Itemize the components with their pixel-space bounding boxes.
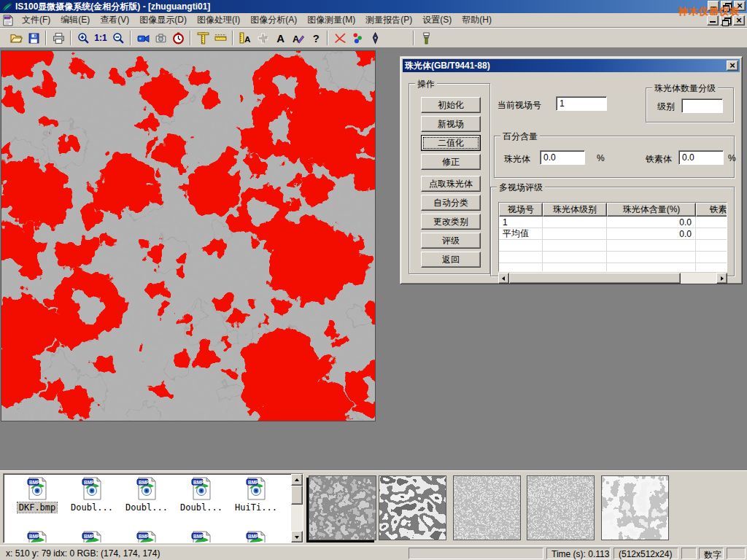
scroll-left-button[interactable] <box>498 273 509 284</box>
file-item[interactable]: BMP DKF.bmp <box>11 477 63 513</box>
menu-image-measure[interactable]: 图像测量(M) <box>302 12 360 28</box>
scroll-right-button[interactable] <box>716 273 727 284</box>
menu-help[interactable]: 帮助(H) <box>457 12 497 28</box>
menu-image-display[interactable]: 图像显示(D) <box>134 12 192 28</box>
thumbnail-1[interactable] <box>309 475 376 540</box>
change-class-button[interactable]: 更改类别 <box>421 214 481 230</box>
col-pearlite-level[interactable]: 珠光体级别 <box>543 203 607 217</box>
table-hscrollbar[interactable] <box>498 273 727 284</box>
classify-points-icon[interactable] <box>349 29 366 47</box>
vscroll-thumb[interactable] <box>291 486 303 505</box>
help-icon[interactable]: ? <box>306 29 324 47</box>
new-field-button[interactable]: 新视场 <box>421 116 481 132</box>
status-panel-empty <box>727 548 746 559</box>
file-name[interactable]: Doubl... <box>179 502 224 513</box>
file-item[interactable]: BMP <box>120 531 173 543</box>
file-name[interactable]: DKF.bmp <box>18 502 58 513</box>
thumbnail-4[interactable] <box>527 475 595 540</box>
ruler-icon[interactable] <box>212 29 229 47</box>
save-icon[interactable] <box>25 29 42 47</box>
initialize-button[interactable]: 初始化 <box>421 97 481 113</box>
toolbar-separator <box>70 31 71 45</box>
file-item[interactable]: BMP Doubl... <box>175 477 228 513</box>
pick-pearlite-button[interactable]: 点取珠光体 <box>421 176 481 192</box>
text-icon[interactable]: A <box>271 29 289 47</box>
pearlite-percent-input[interactable]: 0.0 <box>540 150 585 165</box>
toolbar-separator <box>232 31 233 45</box>
table-row: 1 0.0 <box>499 217 727 228</box>
file-name[interactable]: HuiTi... <box>233 502 279 513</box>
brush-icon[interactable] <box>417 29 435 47</box>
crosshair-icon[interactable] <box>254 29 271 47</box>
file-item[interactable]: BMP Doubl... <box>120 477 173 513</box>
pearlite-percent-unit: % <box>597 153 605 163</box>
menu-file[interactable]: 文件(F) <box>17 12 55 28</box>
col-field-number[interactable]: 视场号 <box>499 203 543 217</box>
pearlite-dialog: 珠光体(GB/T9441-88) 操作 初始化 新视场 二值化 修正 点取珠光体… <box>400 56 743 284</box>
menu-edit[interactable]: 编辑(E) <box>55 12 95 28</box>
binarize-button[interactable]: 二值化 <box>421 135 481 151</box>
ferrite-percent-unit: % <box>728 153 736 163</box>
file-name[interactable]: Doubl... <box>124 502 169 513</box>
video-camera-icon[interactable] <box>134 29 152 47</box>
dialog-close-button[interactable] <box>727 61 738 71</box>
thumbnail-5[interactable] <box>601 475 669 540</box>
file-item[interactable]: BMP <box>230 531 282 543</box>
file-browser[interactable]: BMP DKF.bmp BMP Doubl... BMP Doubl... BM… <box>3 473 303 543</box>
scroll-down-button[interactable] <box>291 531 303 542</box>
cursor-position-readout: x: 510 y: 79 idx: 0 RGB: (174, 174, 174) <box>6 548 160 559</box>
title-bar[interactable]: IS100显微摄像系统(金相分析版) - [zhuguangti01] <box>0 0 747 13</box>
file-item[interactable]: BMP <box>66 531 118 543</box>
file-item[interactable]: BMP <box>11 531 63 543</box>
window-title: IS100显微摄像系统(金相分析版) - [zhuguangti01] <box>15 1 210 13</box>
document-icon: DOC <box>2 15 14 26</box>
menu-measure-report[interactable]: 测量报告(P) <box>360 12 417 28</box>
ferrite-percent-input[interactable]: 0.0 <box>678 150 724 165</box>
hscroll-thumb[interactable] <box>509 273 681 284</box>
svg-text:BMP: BMP <box>248 480 259 485</box>
menu-view[interactable]: 查看(V) <box>95 12 134 28</box>
actual-size-icon[interactable]: 1:1 <box>92 29 109 47</box>
menu-image-analysis[interactable]: 图像分析(A) <box>245 12 302 28</box>
col-pearlite-content[interactable]: 珠光体含量(%) <box>607 203 696 217</box>
curve-measure-icon[interactable] <box>331 29 349 47</box>
table-row <box>499 263 727 272</box>
operations-group-title: 操作 <box>415 78 437 90</box>
level-input[interactable] <box>681 98 723 113</box>
table-row <box>499 240 727 252</box>
annotate-icon[interactable]: A <box>289 29 306 47</box>
current-field-input[interactable]: 1 <box>556 96 607 111</box>
status-time: Time (s): 0.113 <box>546 548 611 559</box>
grading-table[interactable]: 视场号 珠光体级别 珠光体含量(%) 铁素体含量(%) 1 0.0 平均值 0.… <box>498 202 727 272</box>
menu-image-processing[interactable]: 图像处理(I) <box>192 12 245 28</box>
current-field-label: 当前视场号 <box>498 99 541 112</box>
zoom-out-icon[interactable] <box>109 29 127 47</box>
file-item[interactable]: BMP Doubl... <box>66 477 118 513</box>
return-button[interactable]: 返回 <box>421 252 481 268</box>
file-list-vscrollbar[interactable] <box>291 474 303 542</box>
dialog-title-bar[interactable]: 珠光体(GB/T9441-88) <box>403 59 740 72</box>
file-name[interactable]: Doubl... <box>69 502 115 513</box>
open-icon[interactable] <box>7 29 25 47</box>
thumbnail-3[interactable] <box>453 475 521 540</box>
thumbnail-2[interactable] <box>379 475 446 540</box>
file-item[interactable]: BMP <box>175 531 228 543</box>
scroll-up-button[interactable] <box>291 474 303 486</box>
calibrate-text-icon[interactable]: A <box>236 29 254 47</box>
caliper-icon[interactable] <box>194 29 212 47</box>
auto-classify-button[interactable]: 自动分类 <box>421 195 481 211</box>
grading-group: 珠光体数量分级 级别 <box>646 88 734 122</box>
grade-button[interactable]: 评级 <box>421 233 481 249</box>
correct-button[interactable]: 修正 <box>421 154 481 170</box>
col-ferrite-content[interactable]: 铁素体含量(%) <box>696 203 727 217</box>
grading-group-title: 珠光体数量分级 <box>652 82 718 95</box>
file-item[interactable]: BMP HuiTi... <box>230 477 282 513</box>
timer-icon[interactable] <box>169 29 187 47</box>
zoom-in-icon[interactable] <box>74 29 92 47</box>
capture-icon[interactable] <box>152 29 169 47</box>
metallographic-image[interactable] <box>1 50 376 421</box>
print-icon[interactable] <box>50 29 67 47</box>
pen-icon[interactable] <box>366 29 384 47</box>
menu-settings[interactable]: 设置(S) <box>417 12 457 28</box>
svg-text:A: A <box>276 33 285 44</box>
